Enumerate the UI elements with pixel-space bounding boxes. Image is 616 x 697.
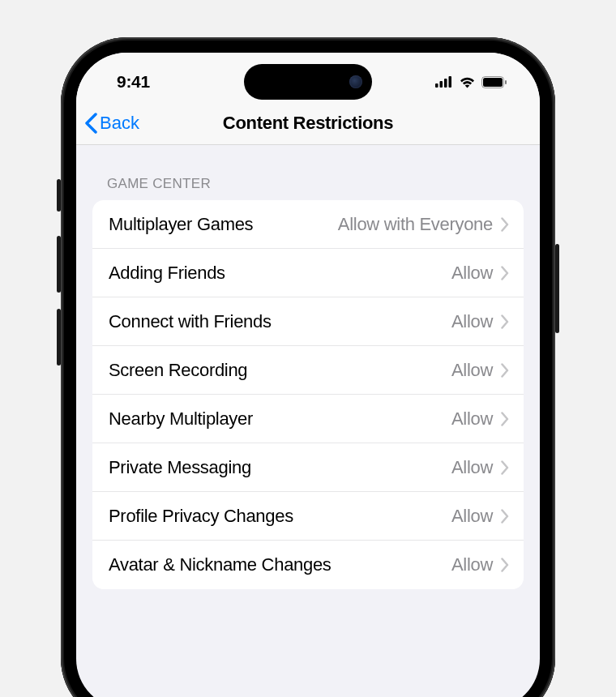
mute-switch [57, 179, 61, 212]
row-profile-privacy-changes[interactable]: Profile Privacy Changes Allow [92, 492, 524, 541]
row-value: Allow [451, 457, 493, 478]
volume-up-button [57, 236, 61, 293]
row-label: Nearby Multiplayer [109, 408, 451, 430]
chevron-right-icon [501, 460, 509, 475]
row-value: Allow [451, 360, 493, 381]
battery-icon [481, 76, 507, 88]
cellular-icon [435, 76, 453, 88]
svg-rect-3 [449, 76, 452, 88]
row-label: Private Messaging [109, 457, 451, 478]
back-label: Back [100, 113, 139, 134]
volume-down-button [57, 309, 61, 366]
nav-bar: Back Content Restrictions [76, 101, 540, 145]
row-label: Connect with Friends [109, 311, 451, 332]
row-value: Allow [451, 263, 493, 284]
wifi-icon [459, 76, 476, 88]
svg-rect-6 [505, 80, 507, 84]
row-label: Screen Recording [109, 360, 451, 381]
dynamic-island [244, 64, 372, 100]
chevron-right-icon [501, 314, 509, 329]
svg-rect-5 [483, 78, 503, 87]
svg-rect-1 [440, 81, 443, 88]
row-nearby-multiplayer[interactable]: Nearby Multiplayer Allow [92, 395, 524, 443]
row-label: Profile Privacy Changes [109, 506, 451, 527]
settings-list: Multiplayer Games Allow with Everyone Ad… [92, 200, 524, 589]
status-icons [435, 66, 507, 88]
row-screen-recording[interactable]: Screen Recording Allow [92, 346, 524, 395]
section-header: GAME CENTER [92, 165, 524, 200]
row-adding-friends[interactable]: Adding Friends Allow [92, 249, 524, 297]
chevron-left-icon [84, 113, 98, 134]
status-time: 9:41 [117, 62, 150, 92]
row-label: Avatar & Nickname Changes [109, 554, 451, 575]
chevron-right-icon [501, 363, 509, 378]
row-avatar-nickname-changes[interactable]: Avatar & Nickname Changes Allow [92, 541, 524, 589]
front-camera [349, 75, 362, 88]
power-button [555, 244, 559, 333]
phone-bezel: 9:41 [72, 49, 544, 697]
row-value: Allow [451, 506, 493, 527]
row-value: Allow with Everyone [338, 214, 493, 235]
chevron-right-icon [501, 412, 509, 426]
row-private-messaging[interactable]: Private Messaging Allow [92, 443, 524, 492]
content-area: GAME CENTER Multiplayer Games Allow with… [76, 145, 540, 589]
row-value: Allow [451, 408, 493, 430]
page-title: Content Restrictions [223, 113, 393, 134]
chevron-right-icon [501, 217, 509, 232]
row-label: Multiplayer Games [109, 214, 338, 235]
row-connect-with-friends[interactable]: Connect with Friends Allow [92, 297, 524, 346]
svg-rect-2 [444, 79, 447, 88]
svg-rect-0 [435, 83, 438, 88]
row-value: Allow [451, 554, 493, 575]
chevron-right-icon [501, 509, 509, 524]
chevron-right-icon [501, 266, 509, 280]
chevron-right-icon [501, 558, 509, 572]
row-value: Allow [451, 311, 493, 332]
row-label: Adding Friends [109, 263, 451, 284]
screen: 9:41 [76, 53, 540, 697]
status-bar: 9:41 [76, 53, 540, 101]
phone-frame: 9:41 [61, 37, 555, 697]
back-button[interactable]: Back [84, 113, 139, 134]
row-multiplayer-games[interactable]: Multiplayer Games Allow with Everyone [92, 200, 524, 249]
